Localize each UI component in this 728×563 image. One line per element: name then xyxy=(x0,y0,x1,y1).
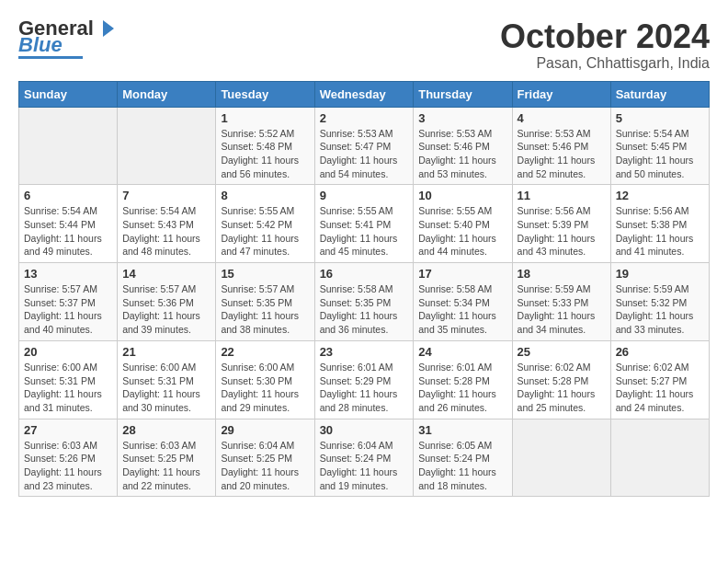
cell-info: Sunrise: 5:57 AM Sunset: 5:37 PM Dayligh… xyxy=(24,282,112,337)
day-number: 10 xyxy=(418,189,506,202)
day-number: 16 xyxy=(320,267,409,281)
cell-info: Sunrise: 5:58 AM Sunset: 5:35 PM Dayligh… xyxy=(320,282,409,337)
calendar-cell: 11Sunrise: 5:56 AM Sunset: 5:39 PM Dayli… xyxy=(512,185,610,263)
calendar-cell: 2Sunrise: 5:53 AM Sunset: 5:47 PM Daylig… xyxy=(314,107,414,185)
calendar-cell: 13Sunrise: 5:57 AM Sunset: 5:37 PM Dayli… xyxy=(19,263,118,341)
cell-info: Sunrise: 5:54 AM Sunset: 5:45 PM Dayligh… xyxy=(616,127,704,181)
calendar-cell: 3Sunrise: 5:53 AM Sunset: 5:46 PM Daylig… xyxy=(414,107,512,185)
day-number: 5 xyxy=(616,111,704,125)
calendar-cell: 30Sunrise: 6:04 AM Sunset: 5:24 PM Dayli… xyxy=(314,419,414,497)
calendar-week-row: 27Sunrise: 6:03 AM Sunset: 5:26 PM Dayli… xyxy=(19,419,710,497)
calendar-cell: 10Sunrise: 5:55 AM Sunset: 5:40 PM Dayli… xyxy=(414,185,512,263)
calendar-cell: 14Sunrise: 5:57 AM Sunset: 5:36 PM Dayli… xyxy=(118,263,216,341)
title-block: October 2024 Pasan, Chhattisgarh, India xyxy=(500,18,710,72)
header-cell-wednesday: Wednesday xyxy=(314,81,414,107)
day-number: 23 xyxy=(320,345,409,359)
day-number: 7 xyxy=(122,189,210,202)
cell-info: Sunrise: 5:55 AM Sunset: 5:42 PM Dayligh… xyxy=(221,204,309,259)
calendar-cell: 25Sunrise: 6:02 AM Sunset: 5:28 PM Dayli… xyxy=(512,340,610,419)
cell-info: Sunrise: 5:53 AM Sunset: 5:47 PM Dayligh… xyxy=(320,127,409,181)
calendar-cell: 29Sunrise: 6:04 AM Sunset: 5:25 PM Dayli… xyxy=(216,419,314,497)
day-number: 28 xyxy=(122,423,210,437)
header-cell-friday: Friday xyxy=(512,81,610,107)
day-number: 9 xyxy=(320,189,409,202)
calendar-cell: 19Sunrise: 5:59 AM Sunset: 5:32 PM Dayli… xyxy=(610,263,709,341)
cell-info: Sunrise: 6:00 AM Sunset: 5:30 PM Dayligh… xyxy=(221,361,309,415)
calendar-cell xyxy=(118,107,216,185)
cell-info: Sunrise: 5:53 AM Sunset: 5:46 PM Dayligh… xyxy=(518,127,606,181)
cell-info: Sunrise: 6:00 AM Sunset: 5:31 PM Dayligh… xyxy=(122,361,210,415)
calendar-cell: 18Sunrise: 5:59 AM Sunset: 5:33 PM Dayli… xyxy=(512,263,610,341)
page-header: General Blue October 2024 Pasan, Chhatti… xyxy=(18,18,710,72)
header-cell-saturday: Saturday xyxy=(610,81,709,107)
calendar-cell: 4Sunrise: 5:53 AM Sunset: 5:46 PM Daylig… xyxy=(512,107,610,185)
cell-info: Sunrise: 6:01 AM Sunset: 5:28 PM Dayligh… xyxy=(418,361,506,415)
cell-info: Sunrise: 5:55 AM Sunset: 5:40 PM Dayligh… xyxy=(418,204,506,259)
cell-info: Sunrise: 6:03 AM Sunset: 5:25 PM Dayligh… xyxy=(122,439,210,493)
logo-blue-text: Blue xyxy=(18,35,63,55)
calendar-cell: 1Sunrise: 5:52 AM Sunset: 5:48 PM Daylig… xyxy=(216,107,314,185)
calendar-cell xyxy=(610,419,709,497)
calendar-week-row: 6Sunrise: 5:54 AM Sunset: 5:44 PM Daylig… xyxy=(19,185,710,263)
calendar-week-row: 20Sunrise: 6:00 AM Sunset: 5:31 PM Dayli… xyxy=(19,340,710,419)
cell-info: Sunrise: 6:01 AM Sunset: 5:29 PM Dayligh… xyxy=(320,361,409,415)
logo-arrow-icon xyxy=(96,18,116,39)
day-number: 8 xyxy=(221,189,309,202)
day-number: 29 xyxy=(221,423,309,437)
day-number: 18 xyxy=(518,267,606,281)
calendar-cell xyxy=(512,419,610,497)
calendar-header-row: SundayMondayTuesdayWednesdayThursdayFrid… xyxy=(19,81,710,107)
calendar-cell: 16Sunrise: 5:58 AM Sunset: 5:35 PM Dayli… xyxy=(314,263,414,341)
page-title: October 2024 xyxy=(500,18,710,55)
cell-info: Sunrise: 5:59 AM Sunset: 5:33 PM Dayligh… xyxy=(518,282,606,337)
day-number: 13 xyxy=(24,267,112,281)
calendar-cell: 5Sunrise: 5:54 AM Sunset: 5:45 PM Daylig… xyxy=(610,107,709,185)
calendar-cell: 28Sunrise: 6:03 AM Sunset: 5:25 PM Dayli… xyxy=(118,419,216,497)
calendar-cell: 26Sunrise: 6:02 AM Sunset: 5:27 PM Dayli… xyxy=(610,340,709,419)
calendar-cell: 6Sunrise: 5:54 AM Sunset: 5:44 PM Daylig… xyxy=(19,185,118,263)
cell-info: Sunrise: 6:04 AM Sunset: 5:25 PM Dayligh… xyxy=(221,439,309,493)
calendar-cell: 31Sunrise: 6:05 AM Sunset: 5:24 PM Dayli… xyxy=(414,419,512,497)
day-number: 19 xyxy=(616,267,704,281)
cell-info: Sunrise: 5:56 AM Sunset: 5:39 PM Dayligh… xyxy=(518,204,606,259)
page-subtitle: Pasan, Chhattisgarh, India xyxy=(500,55,710,72)
cell-info: Sunrise: 6:03 AM Sunset: 5:26 PM Dayligh… xyxy=(24,439,112,493)
cell-info: Sunrise: 5:57 AM Sunset: 5:35 PM Dayligh… xyxy=(221,282,309,337)
day-number: 6 xyxy=(24,189,112,202)
calendar-cell: 27Sunrise: 6:03 AM Sunset: 5:26 PM Dayli… xyxy=(19,419,118,497)
day-number: 15 xyxy=(221,267,309,281)
day-number: 20 xyxy=(24,345,112,359)
day-number: 1 xyxy=(221,111,309,125)
calendar-cell: 9Sunrise: 5:55 AM Sunset: 5:41 PM Daylig… xyxy=(314,185,414,263)
calendar-table: SundayMondayTuesdayWednesdayThursdayFrid… xyxy=(18,81,710,498)
logo: General Blue xyxy=(18,18,116,59)
calendar-cell: 24Sunrise: 6:01 AM Sunset: 5:28 PM Dayli… xyxy=(414,340,512,419)
header-cell-thursday: Thursday xyxy=(414,81,512,107)
cell-info: Sunrise: 5:54 AM Sunset: 5:44 PM Dayligh… xyxy=(24,204,112,259)
calendar-cell xyxy=(19,107,118,185)
calendar-cell: 12Sunrise: 5:56 AM Sunset: 5:38 PM Dayli… xyxy=(610,185,709,263)
day-number: 12 xyxy=(616,189,704,202)
day-number: 22 xyxy=(221,345,309,359)
day-number: 30 xyxy=(320,423,409,437)
calendar-week-row: 1Sunrise: 5:52 AM Sunset: 5:48 PM Daylig… xyxy=(19,107,710,185)
cell-info: Sunrise: 6:05 AM Sunset: 5:24 PM Dayligh… xyxy=(418,439,506,493)
cell-info: Sunrise: 5:52 AM Sunset: 5:48 PM Dayligh… xyxy=(221,127,309,181)
cell-info: Sunrise: 5:54 AM Sunset: 5:43 PM Dayligh… xyxy=(122,204,210,259)
day-number: 14 xyxy=(122,267,210,281)
calendar-cell: 21Sunrise: 6:00 AM Sunset: 5:31 PM Dayli… xyxy=(118,340,216,419)
header-cell-sunday: Sunday xyxy=(19,81,118,107)
cell-info: Sunrise: 6:04 AM Sunset: 5:24 PM Dayligh… xyxy=(320,439,409,493)
day-number: 24 xyxy=(418,345,506,359)
cell-info: Sunrise: 5:57 AM Sunset: 5:36 PM Dayligh… xyxy=(122,282,210,337)
calendar-cell: 15Sunrise: 5:57 AM Sunset: 5:35 PM Dayli… xyxy=(216,263,314,341)
logo-underline xyxy=(18,56,83,59)
cell-info: Sunrise: 6:02 AM Sunset: 5:28 PM Dayligh… xyxy=(518,361,606,415)
calendar-week-row: 13Sunrise: 5:57 AM Sunset: 5:37 PM Dayli… xyxy=(19,263,710,341)
calendar-cell: 23Sunrise: 6:01 AM Sunset: 5:29 PM Dayli… xyxy=(314,340,414,419)
calendar-cell: 8Sunrise: 5:55 AM Sunset: 5:42 PM Daylig… xyxy=(216,185,314,263)
day-number: 26 xyxy=(616,345,704,359)
cell-info: Sunrise: 5:53 AM Sunset: 5:46 PM Dayligh… xyxy=(418,127,506,181)
svg-marker-0 xyxy=(103,20,114,37)
cell-info: Sunrise: 5:58 AM Sunset: 5:34 PM Dayligh… xyxy=(418,282,506,337)
